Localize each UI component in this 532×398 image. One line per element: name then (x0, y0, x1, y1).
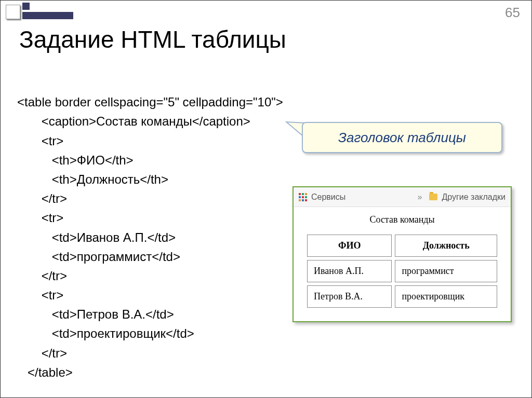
toolbar-services-label[interactable]: Сервисы (311, 193, 345, 202)
code-line: <tr> (17, 288, 63, 302)
code-line: <td>программист</td> (17, 250, 180, 264)
deco-bar (22, 12, 73, 19)
table-cell: программист (395, 260, 497, 282)
table-row: Иванов А.П. программист (307, 260, 497, 282)
apps-icon[interactable] (299, 193, 307, 201)
code-line: </tr> (17, 269, 67, 283)
slide-deco-logo (1, 1, 73, 22)
table-row: Петров В.А. проектировщик (307, 285, 497, 308)
table-header-cell: ФИО (307, 235, 392, 257)
callout-text: Заголовок таблицы (338, 130, 466, 146)
table-cell: Иванов А.П. (307, 260, 392, 282)
code-line: <td>проектировщик</td> (17, 326, 194, 340)
table-cell: проектировщик (395, 285, 497, 308)
table-header-row: ФИО Должность (307, 235, 497, 257)
code-line: </table> (17, 365, 73, 379)
page-number: 65 (505, 5, 520, 21)
data-table: ФИО Должность Иванов А.П. программист Пе… (304, 231, 500, 311)
code-line: <th>Должность</th> (17, 172, 168, 186)
callout-annotation: Заголовок таблицы (302, 122, 502, 153)
folder-icon[interactable] (429, 194, 437, 200)
deco-square-small (22, 3, 30, 10)
table-header-cell: Должность (395, 235, 497, 257)
code-line: <tr> (17, 134, 63, 148)
code-line: <table border cellspacing="5" cellpaddin… (17, 95, 283, 109)
table-caption: Состав команды (294, 207, 511, 228)
code-line: <tr> (17, 211, 63, 225)
code-line: </tr> (17, 191, 67, 205)
code-line: <td>Иванов А.П.</td> (17, 230, 176, 244)
code-line: </tr> (17, 346, 67, 360)
browser-toolbar: Сервисы » Другие закладки (294, 187, 511, 207)
code-example: <table border cellspacing="5" cellpaddin… (17, 73, 283, 382)
chevron-icon[interactable]: » (418, 193, 422, 202)
code-line: <caption>Состав команды</caption> (17, 114, 250, 128)
toolbar-bookmarks-label[interactable]: Другие закладки (442, 193, 506, 202)
code-line: <th>ФИО</th> (17, 153, 134, 167)
browser-preview: Сервисы » Другие закладки Состав команды… (292, 186, 512, 322)
page-title: Задание HTML таблицы (19, 25, 286, 53)
code-line: <td>Петров В.А.</td> (17, 307, 174, 321)
table-cell: Петров В.А. (307, 285, 392, 308)
deco-square-outline (6, 5, 20, 19)
